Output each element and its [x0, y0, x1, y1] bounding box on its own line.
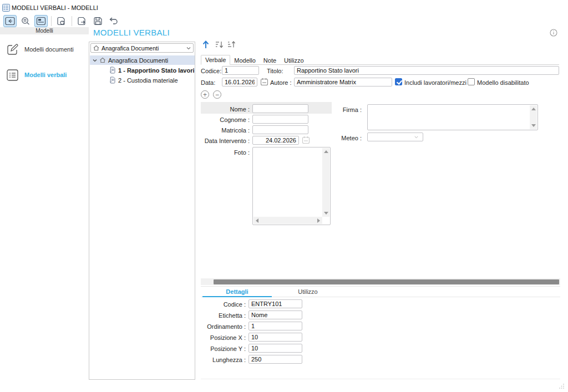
tree-panel: Anagrafica Documenti Anagrafica Document… [89, 42, 195, 380]
foto-horizontal-scrollbar[interactable] [253, 217, 322, 224]
tree-node-label: Anagrafica Documenti [108, 57, 168, 64]
foto-field[interactable] [252, 147, 331, 225]
sidebar-item-label: Modelli documenti [24, 46, 74, 53]
firma-field[interactable] [367, 104, 538, 130]
list-icon [6, 69, 19, 82]
calendar-icon[interactable] [260, 78, 268, 86]
codice-input[interactable] [222, 66, 259, 75]
sort-descending-icon[interactable] [215, 41, 224, 48]
toolbar-group-label: Modelli [0, 27, 89, 34]
detail-lunghezza-input[interactable] [248, 355, 302, 364]
detail-posizione-x-input[interactable] [248, 333, 302, 342]
detail-posizione-x-label: Posizione X : [195, 334, 246, 341]
info-icon[interactable] [550, 29, 557, 37]
save-button[interactable] [91, 15, 104, 27]
meteo-label: Meteo : [311, 135, 362, 141]
edit-document-icon [6, 43, 19, 56]
autore-label: Autore : [270, 79, 292, 86]
window-title: MODELLI VERBALI - MODELLI [12, 4, 98, 11]
titolo-label: Titolo: [267, 68, 283, 74]
calendar-icon-disabled [302, 136, 310, 144]
remove-entry-button[interactable]: − [213, 90, 221, 99]
page-title: MODELLI VERBALI [93, 28, 170, 37]
home-icon [99, 57, 106, 63]
detail-posizione-y-input[interactable] [248, 344, 302, 353]
tree-node-label: 1 - Rapportino Stato lavori [118, 67, 195, 74]
matricola-input[interactable] [252, 125, 308, 134]
meteo-select[interactable] [367, 133, 423, 141]
data-label: Data: [201, 79, 215, 86]
firma-label: Firma : [311, 106, 362, 113]
sort-ascending-icon[interactable] [227, 41, 236, 48]
tab-dettagli[interactable]: Dettagli [202, 288, 272, 295]
search-button[interactable] [19, 15, 32, 27]
detail-codice-input[interactable] [248, 299, 302, 308]
application-window: MODELLI VERBALI - MODELLI Modelli MODELL… [0, 0, 568, 392]
tree-root-selector[interactable]: Anagrafica Documenti [90, 43, 194, 53]
titlebar: MODELLI VERBALI - MODELLI [2, 4, 98, 12]
undo-button[interactable] [106, 15, 120, 27]
detail-ordinamento-input[interactable] [248, 322, 302, 330]
includi-lavoratori-label: Includi lavoratori/mezzi [404, 79, 466, 86]
matricola-label: Matricola : [195, 127, 250, 134]
content-hscrollbar-thumb[interactable] [214, 279, 559, 284]
tree-selector-value: Anagrafica Documenti [102, 45, 184, 52]
sidebar-item-modelli-documenti[interactable]: Modelli documenti [0, 40, 89, 59]
move-up-button[interactable] [202, 40, 210, 49]
add-entry-button[interactable]: + [201, 90, 209, 99]
firma-vertical-scrollbar[interactable] [530, 105, 537, 129]
tab-dettagli-active-underline [202, 296, 272, 297]
data-input[interactable] [222, 78, 257, 86]
chevron-down-icon [414, 135, 418, 139]
detail-posizione-y-label: Posizione Y : [195, 345, 246, 352]
app-list-icon [2, 4, 10, 12]
tab-note[interactable]: Note [260, 56, 280, 65]
codice-label: Codice: [201, 68, 221, 74]
collapse-caret-icon[interactable] [93, 59, 97, 62]
detail-lunghezza-label: Lunghezza : [195, 357, 246, 363]
content-bottom-border [201, 379, 560, 379]
tree-node-root[interactable]: Anagrafica Documenti [90, 55, 195, 65]
detail-etichetta-label: Etichetta : [195, 312, 246, 319]
document-icon [109, 67, 116, 74]
sidebar-item-modelli-verbali[interactable]: Modelli verbali [0, 65, 89, 84]
tab-utilizzo[interactable]: Utilizzo [280, 56, 307, 65]
tab-verbale[interactable]: Verbale [201, 55, 230, 65]
home-icon [93, 45, 99, 51]
details-tabstrip: Dettagli Utilizzo [201, 288, 560, 297]
refresh-document-button[interactable] [55, 15, 68, 27]
tree-node-template-2[interactable]: 2 - Custodia materiale [90, 75, 195, 85]
modello-disabilitato-label: Modello disabilitato [477, 79, 529, 86]
tab-utilizzo-details[interactable]: Utilizzo [272, 288, 344, 295]
detail-tabstrip: Verbale Modello Note Utilizzo [201, 55, 559, 65]
tree-node-label: 2 - Custodia materiale [118, 77, 178, 84]
autore-input[interactable] [294, 78, 392, 86]
detail-ordinamento-label: Ordinamento : [195, 323, 246, 330]
nome-label: Nome : [195, 106, 250, 113]
foto-vertical-scrollbar[interactable] [322, 148, 329, 217]
detail-codice-label: Codice : [195, 301, 246, 308]
cognome-label: Cognome : [195, 116, 250, 123]
document-icon [109, 77, 116, 84]
export-document-button[interactable] [75, 15, 89, 27]
details-separator [201, 286, 560, 287]
toolbar-separator [72, 16, 72, 26]
nome-input[interactable] [252, 104, 308, 113]
close-form-button[interactable] [3, 15, 17, 27]
chevron-down-icon [186, 47, 191, 50]
data-intervento-label: Data Intervento : [195, 138, 250, 144]
tree-node-template-1[interactable]: 1 - Rapportino Stato lavori [90, 65, 195, 75]
includi-lavoratori-checkbox[interactable] [395, 78, 402, 85]
main-toolbar [3, 14, 122, 28]
form-view-button[interactable] [34, 15, 48, 27]
cognome-input[interactable] [252, 115, 308, 124]
detail-etichetta-input[interactable] [248, 310, 302, 319]
titolo-input[interactable] [294, 66, 559, 75]
resize-grip[interactable] [559, 383, 565, 389]
tab-modello[interactable]: Modello [230, 56, 260, 65]
sidebar-item-label: Modelli verbali [24, 72, 67, 78]
toolbar-separator [51, 16, 52, 26]
foto-label: Foto : [195, 149, 250, 156]
modello-disabilitato-checkbox[interactable] [468, 78, 475, 85]
data-intervento-input[interactable] [252, 136, 299, 145]
